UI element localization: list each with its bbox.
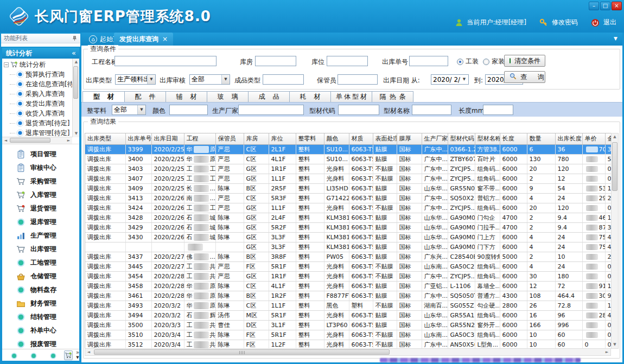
table-row[interactable]: 调拨出库34292020/2/26石城陈琳G区5R2F整料KLM38176063… [85, 222, 611, 232]
column-header-材质[interactable]: 材质 [349, 133, 373, 144]
column-header-型材代码[interactable]: 型材代码 [448, 133, 475, 144]
radio-home-icon[interactable] [483, 59, 489, 65]
column-header-出库日期[interactable]: 出库日期 [151, 133, 184, 144]
tree-item[interactable]: 发货出库查询 [2, 99, 72, 108]
material-tab-耗材[interactable]: 耗材 [290, 91, 331, 103]
table-row[interactable]: 调拨出库34932020/3/2华原...陈琳C区1L1F整料黑色塑料不贴膜国标… [85, 301, 611, 310]
nav-dot-icon[interactable] [10, 352, 18, 359]
table-row[interactable]: 调拨出库34132020/2/26南...严思C区5R3F整料G71422606… [85, 193, 611, 203]
tab-shipping-outbound-query[interactable]: 发货出库查询 × [114, 33, 173, 46]
clear-conditions-button[interactable]: 清空条件 [504, 55, 545, 67]
sidebar-item-结转管理[interactable]: 结转管理 [2, 310, 79, 324]
sidebar-item-仓储管理[interactable]: 仓储管理 [2, 270, 79, 283]
tree-item[interactable]: 退货查询[待定] [2, 118, 72, 128]
profile-code-input[interactable] [338, 105, 379, 115]
tree-item[interactable]: 采购入库查询 [2, 89, 72, 99]
material-tab-隔热条[interactable]: 隔热条 [372, 91, 413, 103]
column-header-单价[interactable]: 单价 [582, 133, 605, 144]
table-row[interactable]: 调拨出库34242020/2/26工工程严思G区1L1F整料光身料6063-T5… [85, 203, 611, 213]
dropdown-icon[interactable]: ▼ [221, 75, 230, 84]
profile-name-input[interactable] [412, 105, 451, 115]
sidebar-item-补单中心[interactable]: 补单中心 [2, 324, 79, 337]
tab-close-icon[interactable]: × [162, 35, 168, 43]
table-row[interactable]: 调拨出库34542020/2/28工共工程严思G区1R1F整料光身料6063-T… [85, 271, 611, 281]
keeper-input[interactable] [338, 74, 378, 85]
logout-link[interactable]: 退出 [603, 18, 616, 27]
product-type-input[interactable] [263, 74, 304, 85]
material-tab-配件[interactable]: 配件 [125, 91, 166, 103]
sidebar-item-工地管理[interactable]: 工地管理 [2, 256, 79, 270]
nav-dot-icon[interactable] [30, 352, 37, 359]
cart-button[interactable] [64, 350, 73, 360]
sidebar-item-项目管理[interactable]: 项目管理 [2, 148, 79, 161]
whole-part-select[interactable]: 全部 ▼ [112, 105, 146, 115]
project-name-input[interactable] [114, 56, 217, 66]
scroll-up-icon[interactable]: ▲ [612, 133, 618, 141]
table-row[interactable]: 调拨出库34002020/2/25华原...严思C区4L1F整料SU10...6… [85, 154, 611, 164]
scroll-right-icon[interactable]: ► [603, 349, 610, 356]
dropdown-icon[interactable]: ▼ [460, 75, 468, 84]
search-button[interactable]: 查 询 [504, 71, 545, 83]
table-row[interactable]: 调拨出库34032020/2/25工工程严思G区1R1F整料光身料6063-T5… [85, 164, 611, 174]
more-buttons-chevron[interactable]: »▼ [76, 350, 79, 360]
nav-dot-icon[interactable] [49, 352, 57, 359]
grid-horizontal-scrollbar[interactable]: ◄ ► [85, 348, 611, 356]
sidebar-item-入库管理[interactable]: 入库管理 [2, 188, 79, 202]
color-input[interactable] [169, 105, 208, 115]
tree-expander-icon[interactable]: − [4, 62, 9, 67]
column-header-膜厚[interactable]: 膜厚 [397, 133, 422, 144]
column-header-表面处理[interactable]: 表面处理 [373, 133, 397, 144]
minimize-button[interactable]: – [589, 2, 599, 10]
audit-select[interactable]: 全部 ▼ [189, 74, 230, 85]
change-password-link[interactable]: 修改密码 [552, 18, 578, 27]
table-row[interactable]: 调拨出库34072020/2/25工工程严思G区1L1F整料光身料6063-T5… [85, 174, 611, 183]
column-header-型材名称[interactable]: 型材名称 [475, 133, 500, 144]
table-row[interactable]: 调拨出库35002020/3/3工共工程曹佳D区3L1F整料LT3P606063… [85, 320, 611, 330]
warehouse-input[interactable] [255, 56, 296, 66]
sidebar-item-退库管理[interactable]: 退库管理 [2, 215, 79, 229]
manufacturer-input[interactable] [238, 105, 304, 115]
sidebar-section-header[interactable]: 统计分析 « [2, 48, 79, 59]
material-tab-成品[interactable]: 成品 [249, 91, 290, 103]
table-row[interactable]: 调拨出库34612020/2/28华原...陈琳B区1R2F整料F8877FT6… [85, 291, 611, 301]
order-no-input[interactable] [409, 56, 448, 66]
tree-horizontal-scrollbar[interactable]: ◄ ► [2, 137, 72, 144]
tree-vertical-scrollbar[interactable]: ▲ ▼ [72, 59, 79, 137]
table-row[interactable]: 调拨出库34372020/2/27佛...陈琳B区3R8F整料PW056063-… [85, 252, 611, 261]
column-header-长度[interactable]: 长度 [500, 133, 527, 144]
table-row[interactable]: 调拨出库34582020/2/28华原...陈琳C区4L1F整料光身料6063-… [85, 281, 611, 291]
maximize-button[interactable]: □ [600, 2, 610, 10]
column-header-出库长度[interactable]: 出库长度 [555, 133, 582, 144]
material-tab-型材[interactable]: 型材 [82, 91, 125, 103]
out-type-select[interactable]: 生产领料出库 ▼ [115, 74, 156, 85]
sidebar-item-财务管理[interactable]: 财务管理 [2, 297, 79, 310]
material-tab-辅材[interactable]: 辅材 [166, 91, 207, 103]
sidebar-item-生产管理[interactable]: 生产管理 [2, 229, 79, 242]
column-header-出库单号[interactable]: 出库单号 [125, 133, 151, 144]
table-row[interactable]: G区3L3F整料KLM38176063-T5贴膜国标山东华...GA90M09.… [85, 242, 611, 252]
column-header-工程[interactable]: 工程 [184, 133, 215, 144]
grid-vertical-scrollbar[interactable]: ▲ ▼ [611, 133, 619, 349]
scroll-down-icon[interactable]: ▼ [612, 341, 618, 348]
table-row[interactable]: 调拨出库35122020/3/4工共工程陈琳F区1L2F整料光身料6063-T5… [85, 340, 611, 349]
pin-icon[interactable] [72, 35, 78, 44]
radio-home[interactable]: 家装 [483, 57, 505, 66]
sidebar-item-物料盘存[interactable]: 物料盘存 [2, 283, 79, 297]
scroll-right-icon[interactable]: ► [65, 137, 72, 144]
column-header-生产厂家[interactable]: 生产厂家 [422, 133, 448, 144]
tree-root[interactable]: − 统计分析 [2, 60, 72, 69]
column-header-整零料[interactable]: 整零料 [296, 133, 324, 144]
scroll-left-icon[interactable]: ◄ [85, 349, 92, 356]
dropdown-icon[interactable]: ▼ [137, 105, 145, 114]
scroll-left-icon[interactable]: ◄ [2, 137, 9, 144]
column-header-颜色[interactable]: 颜色 [324, 133, 349, 144]
column-header-出库类型[interactable]: 出库类型 [85, 133, 125, 144]
close-button[interactable]: × [612, 2, 622, 10]
tree-item[interactable]: 收货入库查询 [2, 108, 72, 118]
material-tab-单体型材[interactable]: 单体型材 [331, 91, 372, 103]
tree-item[interactable]: 在途信息查询[待 [2, 79, 72, 89]
sidebar-item-采购管理[interactable]: 采购管理 [2, 175, 79, 188]
radio-industrial[interactable]: 工装 [457, 57, 479, 66]
table-row[interactable]: 调拨出库34452020/2/27工共工程严思F区5R1F整料光身料6063-T… [85, 261, 611, 271]
tree-item[interactable]: 预算执行查询 [2, 69, 72, 79]
